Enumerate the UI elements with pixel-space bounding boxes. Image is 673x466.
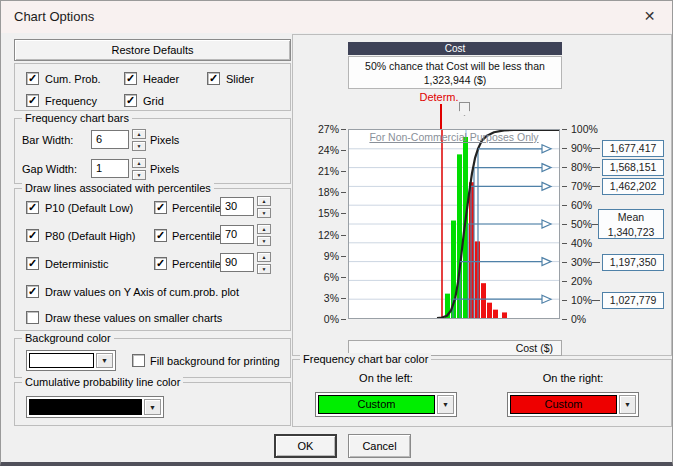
left-axis-tick-label: 0%: [303, 313, 339, 325]
p80-label: P80 (Default High): [45, 230, 136, 242]
on-the-left-label: On the left:: [315, 372, 457, 384]
chart-canvas: [349, 130, 559, 318]
percentile-value-box: 1,568,151: [602, 159, 664, 176]
right-axis-tick-mark: [562, 167, 567, 168]
histogram-bar: [487, 303, 492, 318]
chart-plot-area: For Non-Commercial Purposes Only: [348, 129, 560, 319]
gap-width-up-icon[interactable]: ▲: [132, 158, 146, 168]
left-axis-tick-label: 6%: [303, 271, 339, 283]
p10-label: P10 (Default Low): [45, 202, 133, 214]
bar-width-label: Bar Width:: [22, 134, 73, 146]
cum-line-color-dropdown[interactable]: ▼: [26, 396, 164, 418]
percentile70-down-icon[interactable]: ▼: [257, 236, 271, 246]
header-label: Header: [143, 73, 179, 85]
determ-line-stub: [440, 104, 442, 129]
right-axis-tick-mark: [562, 243, 567, 244]
percentile-lines-title: Draw lines associated with percentiles: [22, 182, 214, 194]
gap-width-input[interactable]: 1: [91, 159, 129, 178]
right-axis-tick-mark: [562, 262, 567, 263]
percentile30-spinner: ▲ ▼: [257, 196, 271, 220]
right-axis-tick-label: 20%: [571, 275, 607, 287]
left-bar-color-swatch: Custom: [318, 395, 435, 414]
percentile90-down-icon[interactable]: ▼: [257, 264, 271, 274]
bar-width-input[interactable]: 6: [91, 130, 129, 149]
p10-checkbox[interactable]: ✓: [26, 201, 39, 214]
value-box-connector: [592, 262, 600, 263]
background-color-dropdown-arrow-icon[interactable]: ▼: [96, 353, 113, 368]
left-axis-tick-mark: [341, 277, 346, 278]
left-axis-tick-mark: [341, 129, 346, 130]
close-icon[interactable]: ✕: [627, 1, 672, 32]
right-bar-color-arrow-icon[interactable]: ▼: [619, 395, 636, 414]
percentile-arrow-icon: [542, 182, 551, 190]
right-axis-tick-mark: [562, 319, 567, 320]
frequency-checkbox[interactable]: ✓: [26, 94, 39, 107]
left-axis-tick-mark: [341, 256, 346, 257]
percentile90-up-icon[interactable]: ▲: [257, 252, 271, 262]
right-bar-color-swatch: Custom: [510, 395, 617, 414]
percentile-lines-group: Draw lines associated with percentiles ✓…: [14, 188, 291, 331]
left-bar-color-dropdown[interactable]: Custom ▼: [315, 392, 457, 417]
mean-value: 1,340,723: [599, 225, 663, 240]
histogram-bar: [481, 283, 486, 318]
percentile70-label: Percentile: [172, 230, 221, 242]
percentile70-input[interactable]: 70: [220, 225, 254, 244]
cancel-button[interactable]: Cancel: [348, 434, 411, 458]
percentile30-down-icon[interactable]: ▼: [257, 208, 271, 218]
percentile90-checkbox[interactable]: ✓: [154, 257, 167, 270]
left-bar-color-arrow-icon[interactable]: ▼: [437, 395, 454, 414]
value-box-connector: [592, 186, 600, 187]
percentile70-checkbox[interactable]: ✓: [154, 229, 167, 242]
value-box-connector: [592, 167, 600, 168]
gap-width-down-icon[interactable]: ▼: [132, 170, 146, 180]
right-axis-tick-mark: [562, 129, 567, 130]
percentile30-up-icon[interactable]: ▲: [257, 196, 271, 206]
cum-prob-label: Cum. Prob.: [45, 73, 101, 85]
on-the-right-label: On the right:: [507, 372, 639, 384]
slider-checkbox[interactable]: ✓: [207, 72, 220, 85]
deterministic-label: Deterministic: [45, 258, 109, 270]
value-box-connector: [592, 148, 600, 149]
percentile30-input[interactable]: 30: [220, 197, 254, 216]
cum-prob-checkbox[interactable]: ✓: [26, 72, 39, 85]
percentile30-label: Percentile: [172, 202, 221, 214]
dialog-title: Chart Options: [14, 9, 94, 24]
left-axis-tick-label: 18%: [303, 186, 339, 198]
header-checkbox[interactable]: ✓: [124, 72, 137, 85]
deterministic-checkbox[interactable]: ✓: [26, 257, 39, 270]
percentile90-spinner: ▲ ▼: [257, 252, 271, 276]
chart-preview-panel: Cost 50% chance that Cost will be less t…: [292, 34, 672, 356]
histogram-bar: [493, 310, 498, 318]
draw-values-y-axis-checkbox[interactable]: ✓: [26, 285, 39, 298]
bar-width-up-icon[interactable]: ▲: [132, 129, 146, 139]
left-axis-tick-label: 12%: [303, 229, 339, 241]
ok-button[interactable]: OK: [274, 434, 337, 458]
fill-background-checkbox[interactable]: [132, 354, 145, 367]
bar-width-down-icon[interactable]: ▼: [132, 141, 146, 151]
right-bar-color-dropdown[interactable]: Custom ▼: [507, 392, 639, 417]
bar-width-unit: Pixels: [150, 134, 179, 146]
right-axis-tick-mark: [562, 205, 567, 206]
restore-defaults-button[interactable]: Restore Defaults: [14, 39, 291, 61]
chart-slider-thumb[interactable]: [459, 102, 470, 116]
percentile-value-box: 1,462,202: [602, 178, 664, 195]
percentile90-label: Percentile: [172, 258, 221, 270]
draw-values-y-axis-label: Draw values on Y Axis of cum.prob. plot: [45, 286, 239, 298]
chart-subtitle-box: 50% chance that Cost will be less than 1…: [348, 56, 562, 89]
left-axis-tick-label: 24%: [303, 144, 339, 156]
percentile30-checkbox[interactable]: ✓: [154, 201, 167, 214]
value-box-connector: [592, 300, 600, 301]
percentile90-input[interactable]: 90: [220, 253, 254, 272]
fill-background-label: Fill background for printing: [150, 355, 280, 367]
left-axis-tick-mark: [341, 171, 346, 172]
frequency-chart-bars-title: Frequency chart bars: [22, 112, 132, 124]
left-axis-tick-label: 21%: [303, 165, 339, 177]
percentile70-up-icon[interactable]: ▲: [257, 224, 271, 234]
grid-checkbox[interactable]: ✓: [124, 94, 137, 107]
right-axis-tick-mark: [562, 224, 567, 225]
gap-width-label: Gap Width:: [22, 163, 77, 175]
draw-values-smaller-checkbox[interactable]: [26, 311, 39, 324]
p80-checkbox[interactable]: ✓: [26, 229, 39, 242]
cum-line-color-dropdown-arrow-icon[interactable]: ▼: [144, 399, 161, 415]
background-color-dropdown[interactable]: ▼: [26, 350, 116, 371]
